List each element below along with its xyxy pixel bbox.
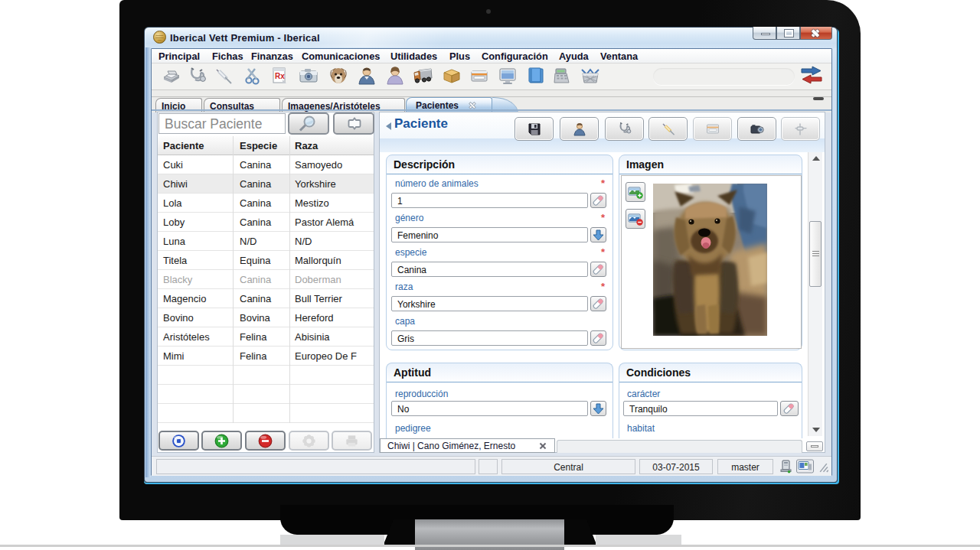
svg-text:Rx: Rx [275, 72, 285, 80]
